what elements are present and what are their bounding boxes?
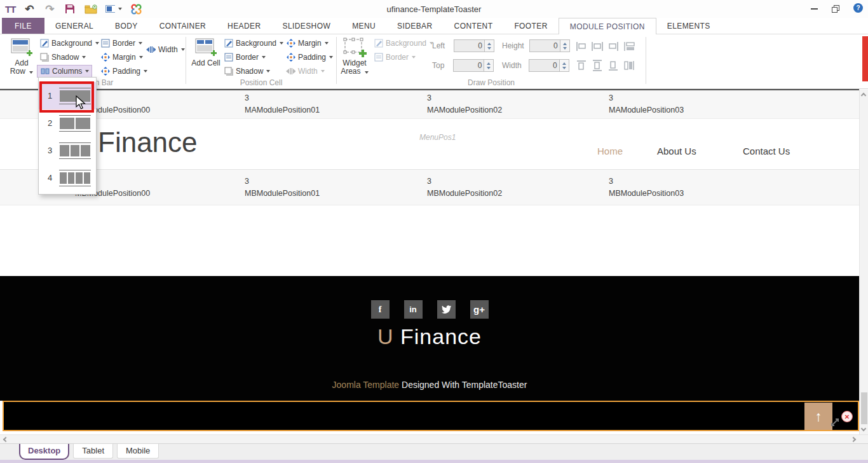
tab-body[interactable]: BODY <box>104 18 149 34</box>
bottom-accent-strip <box>0 460 868 463</box>
top-input[interactable]: 0 <box>453 59 494 72</box>
tab-content[interactable]: CONTENT <box>444 18 504 34</box>
tab-module-position[interactable]: MODULE POSITION <box>559 18 656 34</box>
scroll-down-icon[interactable] <box>861 426 866 431</box>
cell-border-button[interactable]: Border <box>221 51 268 64</box>
tab-sidebar[interactable]: SIDEBAR <box>386 18 443 34</box>
tab-slideshow[interactable]: SLIDESHOW <box>272 18 342 34</box>
scroll-left-icon[interactable] <box>3 437 8 442</box>
columns-option-4[interactable]: 4 <box>39 164 96 191</box>
shadow-icon <box>224 67 233 76</box>
height-input[interactable]: 0 <box>529 39 570 52</box>
fit-width-icon[interactable] <box>623 41 635 52</box>
draw-border-button[interactable]: Border <box>371 51 418 64</box>
spinner-arrows-icon[interactable] <box>484 60 493 71</box>
align-bottom-icon[interactable] <box>607 60 619 71</box>
open-folder-icon[interactable] <box>84 3 98 15</box>
align-left-icon[interactable] <box>576 41 587 52</box>
module-cell[interactable]: 3 MBModulePosition02 <box>427 177 502 198</box>
align-top-icon[interactable] <box>576 60 587 71</box>
scroll-right-icon[interactable] <box>851 437 856 442</box>
bar-border-button[interactable]: Border <box>98 37 145 50</box>
align-middle-icon[interactable] <box>592 60 603 71</box>
widget-areas-button[interactable]: Widget Areas <box>339 36 370 76</box>
preview-window-icon[interactable] <box>105 3 122 15</box>
add-row-button[interactable]: Add Row <box>6 36 37 76</box>
columns-option-2[interactable]: 2 <box>39 109 96 137</box>
vertical-scrollbar[interactable] <box>859 90 868 434</box>
tab-file[interactable]: FILE <box>2 18 44 34</box>
tab-desktop[interactable]: Desktop <box>19 444 69 460</box>
bar-width-button[interactable]: Width <box>144 43 187 56</box>
module-row-mb[interactable]: 3 MBModulePosition00 3 MBModulePosition0… <box>0 170 859 205</box>
cell-margin-button[interactable]: Margin <box>283 37 331 50</box>
tab-footer[interactable]: FOOTER <box>503 18 558 34</box>
tab-mobile[interactable]: Mobile <box>117 444 159 459</box>
cell-background-button[interactable]: Background <box>221 37 286 50</box>
tab-tablet[interactable]: Tablet <box>73 444 113 459</box>
facebook-icon[interactable]: f <box>371 300 390 319</box>
scroll-to-top-button[interactable]: ↑ <box>804 403 832 430</box>
menu-item-about[interactable]: About Us <box>657 146 696 156</box>
template-header[interactable]: U Finance MenuPos1 Home About Us Contact… <box>0 119 859 170</box>
spinner-arrows-icon[interactable] <box>484 40 494 52</box>
tab-elements[interactable]: ELEMENTS <box>656 18 721 34</box>
tab-menu[interactable]: MENU <box>341 18 386 34</box>
bar-columns-button[interactable]: Columns <box>37 65 92 78</box>
dropdown-caret-icon <box>139 42 142 45</box>
tab-container[interactable]: CONTAINER <box>149 18 217 34</box>
scroll-up-icon[interactable] <box>861 93 866 98</box>
cell-shadow-button[interactable]: Shadow <box>221 65 273 78</box>
columns-option-3[interactable]: 3 <box>39 137 96 164</box>
spinner-arrows-icon[interactable] <box>559 60 569 71</box>
width-input[interactable]: 0 <box>529 59 569 72</box>
template-preview-canvas[interactable]: 3 MAModulePosition00 3 MAModulePosition0… <box>0 89 859 434</box>
module-cell[interactable]: 3 MAModulePosition02 <box>427 93 502 114</box>
module-cell[interactable]: 3 MAModulePosition01 <box>245 93 320 114</box>
ribbon-tabbar: FILE GENERAL BODY CONTAINER HEADER SLIDE… <box>0 18 868 34</box>
draw-background-button[interactable]: Background <box>371 37 436 50</box>
linkedin-icon[interactable]: in <box>404 300 423 319</box>
left-input[interactable]: 0 <box>454 39 494 52</box>
menu-item-home[interactable]: Home <box>597 146 623 156</box>
footer-credit: Joomla Template Designed With TemplateTo… <box>0 380 859 390</box>
vertical-scroll-thumb[interactable] <box>861 392 867 424</box>
google-plus-icon[interactable]: g+ <box>470 300 489 319</box>
tab-header[interactable]: HEADER <box>217 18 271 34</box>
align-center-h-icon[interactable] <box>592 41 603 52</box>
bar-padding-button[interactable]: Padding <box>98 65 150 78</box>
joomla-export-icon[interactable] <box>130 3 142 15</box>
quick-access-toolbar: TT ↶ ↷ <box>0 3 142 15</box>
module-cell[interactable]: 3 MBModulePosition03 <box>609 177 684 198</box>
minimize-button[interactable] <box>803 0 825 18</box>
help-icon[interactable]: ? <box>853 3 863 13</box>
delete-widget-icon[interactable]: ✕ <box>841 411 853 422</box>
add-cell-button[interactable]: Add Cell <box>191 36 221 67</box>
width-icon <box>286 67 295 76</box>
tab-general[interactable]: GENERAL <box>44 18 104 34</box>
align-right-icon[interactable] <box>607 41 619 52</box>
redo-icon[interactable]: ↷ <box>43 3 56 15</box>
border-icon <box>224 53 233 62</box>
horizontal-scrollbar[interactable] <box>0 434 868 443</box>
dropdown-caret-icon <box>266 70 270 73</box>
save-icon[interactable] <box>64 3 76 15</box>
resize-handle-icon[interactable] <box>830 417 840 427</box>
cell-padding-button[interactable]: Padding <box>283 51 336 64</box>
bar-shadow-button[interactable]: Shadow <box>37 51 88 64</box>
bar-margin-button[interactable]: Margin <box>98 51 146 64</box>
spinner-arrows-icon[interactable] <box>560 40 569 52</box>
template-footer[interactable]: f in g+ U Finance Joomla Template Design… <box>0 276 859 401</box>
cell-width-button[interactable]: Width <box>283 65 327 78</box>
module-row-ma[interactable]: 3 MAModulePosition00 3 MAModulePosition0… <box>0 90 859 119</box>
module-cell[interactable]: 3 MBModulePosition01 <box>245 177 320 198</box>
twitter-icon[interactable] <box>437 300 456 319</box>
fit-height-icon[interactable] <box>623 60 635 71</box>
restore-button[interactable] <box>825 0 846 18</box>
menu-item-contact[interactable]: Contact Us <box>743 146 790 156</box>
footer-credit-link[interactable]: Joomla Template <box>332 380 400 390</box>
bar-background-button[interactable]: Background <box>37 37 102 50</box>
selected-footer-strip[interactable]: ↑ <box>3 401 859 431</box>
module-cell[interactable]: 3 MAModulePosition03 <box>609 93 684 114</box>
undo-icon[interactable]: ↶ <box>23 3 36 15</box>
